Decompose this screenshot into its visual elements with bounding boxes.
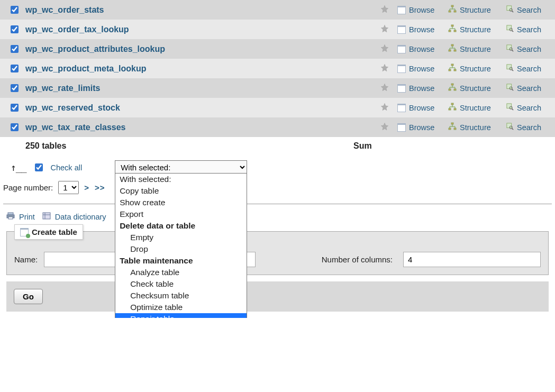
svg-rect-21 [507,65,512,69]
dropdown-option[interactable]: Optimize table [115,302,247,313]
go-button[interactable]: Go [14,289,43,304]
svg-line-29 [512,89,514,91]
dropdown-option[interactable]: Check table [115,278,247,290]
table-name-link[interactable]: wp_wc_tax_rate_classes [25,123,377,132]
table-checkbox[interactable] [11,104,19,112]
browse-icon [397,123,406,132]
browse-action[interactable]: Browse [392,6,443,14]
dropdown-option[interactable]: Copy table [115,185,247,197]
table-checkbox[interactable] [11,6,19,14]
dropdown-option[interactable]: Analyze table [115,267,247,278]
svg-line-41 [512,129,514,130]
browse-icon [397,6,406,14]
dropdown-option[interactable]: Drop [115,243,247,255]
favorite-star[interactable] [377,63,392,74]
table-checkbox[interactable] [11,84,19,92]
svg-rect-45 [43,213,50,219]
dropdown-option[interactable]: Show create [115,197,247,208]
favorite-star[interactable] [377,5,392,15]
utility-row: Print Data dictionary [0,206,555,227]
table-name-link[interactable]: wp_wc_product_attributes_lookup [25,44,377,54]
dropdown-group: Table maintenance [115,255,247,267]
table-row: wp_wc_product_attributes_lookupBrowseStr… [0,39,555,59]
print-link[interactable]: Print [19,213,35,221]
svg-rect-0 [451,5,453,7]
search-action[interactable]: Search [501,25,549,34]
sum-label: Sum [353,141,372,151]
create-table-fieldset: Create table Name: Number of columns: [6,231,549,275]
table-checkbox[interactable] [11,65,19,72]
create-table-icon [20,228,29,236]
last-page-link[interactable]: >> [95,183,105,192]
table-name-link[interactable]: wp_wc_order_tax_lookup [25,25,377,34]
search-action[interactable]: Search [501,5,549,14]
dropdown-option[interactable]: Checksum table [115,290,247,302]
structure-action[interactable]: Structure [443,44,501,54]
check-all-link[interactable]: Check all [51,163,83,172]
pager: Page number: 1 > >> [0,175,555,202]
svg-rect-24 [451,84,453,85]
table-row: wp_wc_order_tax_lookupBrowseStructureSea… [0,20,555,39]
browse-action[interactable]: Browse [392,123,443,132]
table-row: wp_wc_product_meta_lookupBrowseStructure… [0,59,555,78]
structure-icon [448,63,457,74]
svg-rect-32 [454,108,456,110]
table-name-link[interactable]: wp_wc_reserved_stock [25,103,377,113]
structure-action[interactable]: Structure [443,5,501,15]
svg-line-23 [512,70,514,71]
tables-summary: 250 tables Sum [0,137,555,155]
structure-action[interactable]: Structure [443,83,501,93]
svg-rect-13 [449,50,451,51]
browse-action[interactable]: Browse [392,104,443,112]
svg-rect-38 [454,128,456,130]
search-action[interactable]: Search [501,103,549,112]
structure-action[interactable]: Structure [443,103,501,113]
svg-rect-30 [451,103,453,105]
next-page-link[interactable]: > [84,183,89,192]
search-icon [506,25,514,34]
table-checkbox[interactable] [11,123,19,131]
svg-rect-33 [507,104,512,108]
with-selected-select[interactable]: With selected: [115,160,247,175]
browse-action[interactable]: Browse [392,65,443,73]
structure-action[interactable]: Structure [443,24,501,34]
svg-rect-12 [451,44,453,46]
search-icon [506,44,514,53]
structure-action[interactable]: Structure [443,122,501,132]
browse-action[interactable]: Browse [392,25,443,34]
table-checkbox[interactable] [11,25,19,33]
svg-rect-37 [449,128,451,130]
table-checkbox[interactable] [11,45,19,53]
check-all-checkbox[interactable] [35,163,43,171]
search-action[interactable]: Search [501,84,549,93]
favorite-star[interactable] [377,44,392,54]
favorite-star[interactable] [377,122,392,132]
data-dictionary-icon [42,212,51,222]
search-action[interactable]: Search [501,44,549,53]
table-name-link[interactable]: wp_wc_product_meta_lookup [25,64,377,74]
dropdown-option[interactable]: Export [115,208,247,220]
page-number-select[interactable]: 1 [58,181,79,194]
favorite-star[interactable] [377,24,392,34]
tables-count: 250 tables [25,141,353,151]
up-arrow-icon: ↑__ [11,162,26,173]
columns-input[interactable] [403,252,541,267]
svg-rect-42 [8,213,13,215]
dropdown-option[interactable]: Repair table [115,313,247,318]
svg-rect-39 [507,123,512,128]
table-row: wp_wc_order_statsBrowseStructureSearch [0,0,555,20]
table-name-link[interactable]: wp_wc_order_stats [25,5,377,15]
structure-action[interactable]: Structure [443,63,501,74]
favorite-star[interactable] [377,103,392,113]
dropdown-option[interactable]: Empty [115,232,247,243]
table-row: wp_wc_tax_rate_classesBrowseStructureSea… [0,117,555,137]
dropdown-option[interactable]: With selected: [115,174,247,185]
table-name-link[interactable]: wp_wc_rate_limits [25,84,377,93]
browse-action[interactable]: Browse [392,84,443,93]
data-dictionary-link[interactable]: Data dictionary [55,213,106,221]
search-action[interactable]: Search [501,123,549,132]
browse-action[interactable]: Browse [392,45,443,53]
favorite-star[interactable] [377,83,392,93]
dropdown-group: Delete data or table [115,220,247,232]
search-action[interactable]: Search [501,64,549,73]
